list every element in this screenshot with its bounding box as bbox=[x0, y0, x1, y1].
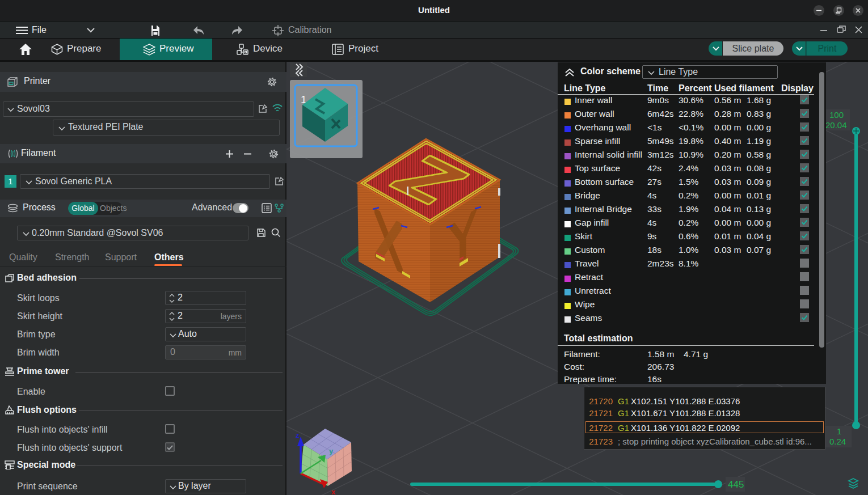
svg-text:445: 445 bbox=[728, 479, 744, 490]
svg-text:z: z bbox=[296, 431, 300, 439]
svg-text:y: y bbox=[329, 447, 334, 455]
svg-text:x: x bbox=[331, 488, 336, 495]
svg-text:100: 100 bbox=[829, 110, 844, 120]
svg-text:0.24: 0.24 bbox=[829, 437, 846, 446]
svg-text:20.04: 20.04 bbox=[825, 120, 847, 130]
svg-text:1: 1 bbox=[837, 426, 841, 436]
